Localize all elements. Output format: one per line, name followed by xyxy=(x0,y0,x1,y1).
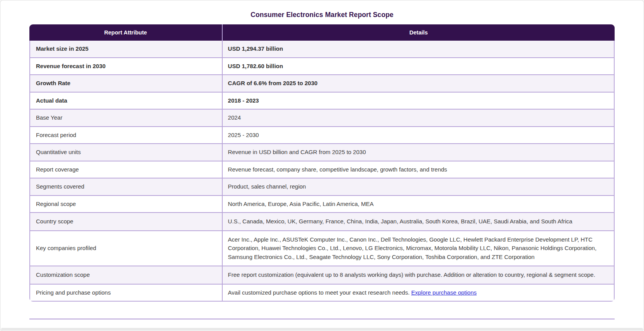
details-text: North America, Europe, Asia Pacific, Lat… xyxy=(228,201,374,207)
details-text: Revenue in USD billion and CAGR from 202… xyxy=(228,149,366,155)
attribute-cell: Market size in 2025 xyxy=(29,41,223,58)
table-row: Actual data 2018 - 2023 xyxy=(29,93,615,110)
details-cell: USD 1,782.60 billion xyxy=(223,58,615,75)
attribute-cell: Regional scope xyxy=(29,196,223,213)
details-text: Avail customized purchase options to mee… xyxy=(228,289,411,296)
details-cell: USD 1,294.37 billion xyxy=(223,41,615,58)
attribute-label: Market size in 2025 xyxy=(36,45,89,52)
details-cell: Revenue forecast, company share, competi… xyxy=(223,161,615,179)
attribute-label: Quantitative units xyxy=(36,149,81,155)
attribute-cell: Pricing and purchase options xyxy=(29,285,223,302)
next-section-top-rule xyxy=(29,319,615,319)
attribute-label: Country scope xyxy=(36,218,73,225)
attribute-label: Actual data xyxy=(36,97,67,104)
attribute-cell: Customization scope xyxy=(29,266,223,285)
table-row: Forecast period 2025 - 2030 xyxy=(29,127,615,144)
explore-purchase-options-link[interactable]: Explore purchase options xyxy=(411,289,477,296)
attribute-label: Base Year xyxy=(36,114,62,121)
attribute-label: Customization scope xyxy=(36,271,90,278)
details-text: Revenue forecast, company share, competi… xyxy=(228,166,447,173)
attribute-label: Report coverage xyxy=(36,166,79,173)
column-header-report-attribute: Report Attribute xyxy=(29,24,223,41)
table-row: Segments covered Product, sales channel,… xyxy=(29,178,615,196)
details-text: Acer Inc., Apple Inc., ASUSTeK Computer … xyxy=(228,236,597,260)
table-header-row: Report Attribute Details xyxy=(29,24,615,41)
table-row: Customization scope Free report customiz… xyxy=(29,266,615,285)
details-cell: 2018 - 2023 xyxy=(223,93,615,110)
table-row: Country scope U.S., Canada, Mexico, UK, … xyxy=(29,213,615,231)
details-text: USD 1,782.60 billion xyxy=(228,63,283,69)
attribute-cell: Country scope xyxy=(29,213,223,231)
details-cell: North America, Europe, Asia Pacific, Lat… xyxy=(223,196,615,213)
details-cell: Acer Inc., Apple Inc., ASUSTeK Computer … xyxy=(223,231,615,267)
details-text: USD 1,294.37 billion xyxy=(228,45,283,52)
details-cell: Product, sales channel, region xyxy=(223,178,615,196)
details-cell: Avail customized purchase options to mee… xyxy=(223,285,615,302)
attribute-cell: Segments covered xyxy=(29,178,223,196)
details-text: 2018 - 2023 xyxy=(228,97,259,104)
table-row: Pricing and purchase options Avail custo… xyxy=(29,285,615,302)
attribute-cell: Forecast period xyxy=(29,127,223,144)
attribute-cell: Growth Rate xyxy=(29,75,223,93)
details-text: 2025 - 2030 xyxy=(228,132,259,138)
details-cell: CAGR of 6.6% from 2025 to 2030 xyxy=(223,75,615,93)
attribute-cell: Key companies profiled xyxy=(29,231,223,267)
details-text: U.S., Canada, Mexico, UK, Germany, Franc… xyxy=(228,218,572,225)
report-scope-table-wrap: Report Attribute Details Market size in … xyxy=(29,24,615,302)
horizontal-scrollbar[interactable] xyxy=(1,328,643,330)
table-row: Quantitative units Revenue in USD billio… xyxy=(29,144,615,161)
attribute-label: Growth Rate xyxy=(36,80,70,86)
page-title: Consumer Electronics Market Report Scope xyxy=(29,11,615,19)
attribute-cell: Report coverage xyxy=(29,161,223,179)
details-cell: 2024 xyxy=(223,110,615,127)
attribute-cell: Actual data xyxy=(29,93,223,110)
report-scope-card: Consumer Electronics Market Report Scope… xyxy=(0,0,644,331)
attribute-label: Regional scope xyxy=(36,201,76,207)
details-text: Free report customization (equivalent up… xyxy=(228,271,595,278)
attribute-cell: Base Year xyxy=(29,110,223,127)
details-cell: Revenue in USD billion and CAGR from 202… xyxy=(223,144,615,161)
column-header-details: Details xyxy=(223,24,615,41)
details-text: CAGR of 6.6% from 2025 to 2030 xyxy=(228,80,318,86)
details-cell: U.S., Canada, Mexico, UK, Germany, Franc… xyxy=(223,213,615,231)
report-scope-table: Report Attribute Details Market size in … xyxy=(29,24,615,302)
attribute-label: Forecast period xyxy=(36,132,76,138)
table-row: Revenue forecast in 2030 USD 1,782.60 bi… xyxy=(29,58,615,75)
attribute-cell: Quantitative units xyxy=(29,144,223,161)
table-row: Growth Rate CAGR of 6.6% from 2025 to 20… xyxy=(29,75,615,93)
attribute-label: Key companies profiled xyxy=(36,245,96,251)
details-cell: 2025 - 2030 xyxy=(223,127,615,144)
table-row: Report coverage Revenue forecast, compan… xyxy=(29,161,615,179)
table-row: Key companies profiled Acer Inc., Apple … xyxy=(29,231,615,267)
attribute-cell: Revenue forecast in 2030 xyxy=(29,58,223,75)
attribute-label: Pricing and purchase options xyxy=(36,289,111,296)
table-row: Market size in 2025 USD 1,294.37 billion xyxy=(29,41,615,58)
details-text: Product, sales channel, region xyxy=(228,183,306,190)
details-text: 2024 xyxy=(228,114,241,121)
table-row: Regional scope North America, Europe, As… xyxy=(29,196,615,213)
attribute-label: Revenue forecast in 2030 xyxy=(36,63,106,69)
attribute-label: Segments covered xyxy=(36,183,84,190)
details-cell: Free report customization (equivalent up… xyxy=(223,266,615,285)
table-row: Base Year 2024 xyxy=(29,110,615,127)
